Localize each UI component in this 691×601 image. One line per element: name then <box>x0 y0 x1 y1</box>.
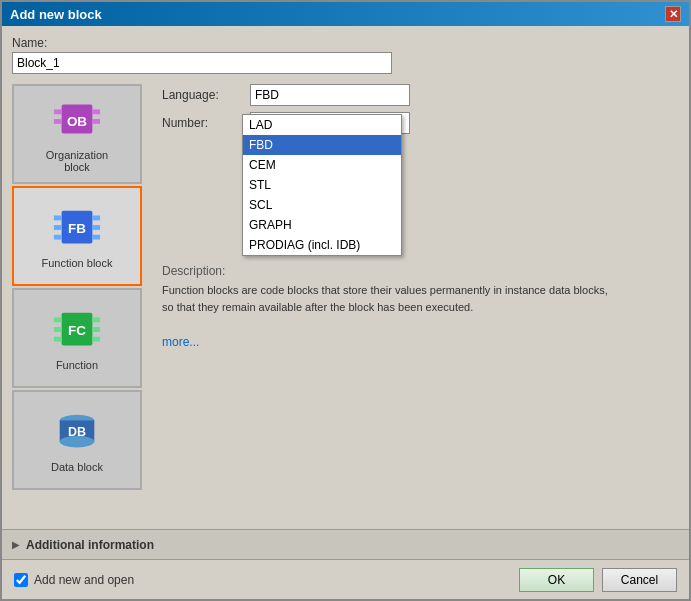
svg-rect-17 <box>54 327 62 332</box>
title-bar: Add new block ✕ <box>2 2 689 26</box>
main-area: OB Organizationblock <box>12 84 679 519</box>
svg-rect-5 <box>92 119 100 124</box>
svg-text:DB: DB <box>68 425 86 439</box>
svg-rect-8 <box>54 216 62 221</box>
ob-label: Organizationblock <box>46 149 108 173</box>
dd-option-lad[interactable]: LAD <box>243 115 401 135</box>
fc-label: Function <box>56 359 98 371</box>
name-section: Name: <box>12 36 679 74</box>
bottom-bar: Add new and open OK Cancel <box>2 559 689 599</box>
dialog-content: Name: OB <box>2 26 689 529</box>
name-input[interactable] <box>12 52 392 74</box>
svg-rect-18 <box>54 337 62 342</box>
ob-icon: OB <box>52 95 102 145</box>
name-label: Name: <box>12 36 679 50</box>
svg-rect-4 <box>92 109 100 114</box>
svg-rect-13 <box>92 235 100 240</box>
db-icon: DB <box>52 407 102 457</box>
dd-option-scl[interactable]: SCL <box>243 195 401 215</box>
description-text: Function blocks are code blocks that sto… <box>162 282 679 315</box>
add-new-block-dialog: Add new block ✕ Name: OB <box>0 0 691 601</box>
block-item-db[interactable]: DB Data block <box>12 390 142 490</box>
svg-text:OB: OB <box>67 114 87 129</box>
language-dropdown-container: FBD <box>250 84 450 106</box>
additional-info-label: Additional information <box>26 538 154 552</box>
language-dropdown-list[interactable]: LAD FBD CEM STL SCL GRAPH PRODIAG (incl.… <box>242 114 402 256</box>
close-button[interactable]: ✕ <box>665 6 681 22</box>
more-link[interactable]: more... <box>162 335 679 349</box>
checkbox-section: Add new and open <box>14 573 134 587</box>
dd-option-fbd[interactable]: FBD <box>243 135 401 155</box>
db-label: Data block <box>51 461 103 473</box>
svg-rect-3 <box>54 119 62 124</box>
svg-rect-12 <box>92 225 100 230</box>
svg-text:FC: FC <box>68 323 86 338</box>
dd-option-cem[interactable]: CEM <box>243 155 401 175</box>
additional-info-bar[interactable]: ▶ Additional information <box>2 529 689 559</box>
lang-number-section: Language: FBD Number: <box>162 84 679 134</box>
block-item-fb[interactable]: FB Function block <box>12 186 142 286</box>
svg-rect-2 <box>54 109 62 114</box>
fb-label: Function block <box>42 257 113 269</box>
svg-rect-16 <box>54 318 62 323</box>
svg-rect-9 <box>54 225 62 230</box>
dropdown-open-overlay: LAD FBD CEM STL SCL GRAPH PRODIAG (incl.… <box>242 142 679 144</box>
expand-arrow-icon: ▶ <box>12 539 20 550</box>
language-select[interactable]: FBD <box>250 84 410 106</box>
language-label: Language: <box>162 88 242 102</box>
add-new-open-label: Add new and open <box>34 573 134 587</box>
button-group: OK Cancel <box>519 568 677 592</box>
right-panel: Language: FBD Number: <box>152 84 679 519</box>
svg-rect-19 <box>92 318 100 323</box>
svg-rect-21 <box>92 337 100 342</box>
number-label: Number: <box>162 116 242 130</box>
svg-rect-20 <box>92 327 100 332</box>
fb-icon: FB <box>52 203 102 253</box>
block-list: OB Organizationblock <box>12 84 152 519</box>
block-item-fc[interactable]: FC Function <box>12 288 142 388</box>
dd-option-graph[interactable]: GRAPH <box>243 215 401 235</box>
add-new-open-checkbox[interactable] <box>14 573 28 587</box>
dd-option-prodiag[interactable]: PRODIAG (incl. IDB) <box>243 235 401 255</box>
svg-rect-10 <box>54 235 62 240</box>
description-title: Description: <box>162 264 679 278</box>
ok-button[interactable]: OK <box>519 568 594 592</box>
block-item-ob[interactable]: OB Organizationblock <box>12 84 142 184</box>
svg-rect-11 <box>92 216 100 221</box>
fc-icon: FC <box>52 305 102 355</box>
svg-text:FB: FB <box>68 221 86 236</box>
dd-option-stl[interactable]: STL <box>243 175 401 195</box>
dialog-title: Add new block <box>10 7 102 22</box>
description-section: Description: Function blocks are code bl… <box>162 264 679 315</box>
cancel-button[interactable]: Cancel <box>602 568 677 592</box>
